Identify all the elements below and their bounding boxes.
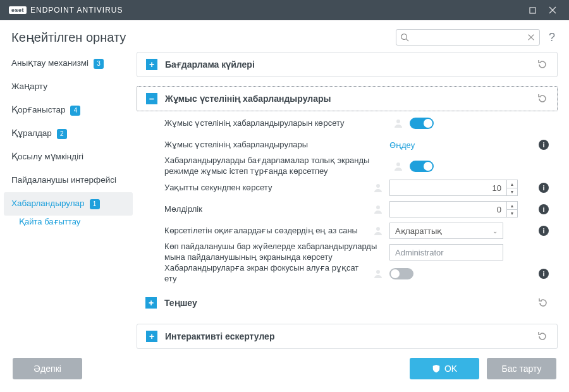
panel-title: Жұмыс үстелінің хабарландырулары — [165, 94, 529, 104]
svg-point-8 — [396, 162, 400, 166]
panel-interactive-alerts: + Интерактивті ескертулер — [137, 324, 558, 349]
brand: eset ENDPOINT ANTIVIRUS — [9, 6, 123, 15]
sidebar-item-label: Қорғаныстар — [11, 105, 65, 115]
sidebar: Анықтау механизмі 3 Жаңарту Қорғаныстар … — [0, 52, 133, 349]
expand-icon: + — [146, 331, 157, 342]
row-edit-notifications: Жұмыс үстелінің хабарландырулары Өңдеу i — [164, 134, 549, 156]
stepper-up[interactable]: ▲ — [506, 180, 518, 188]
panel-head-customize[interactable]: + Теңшеу — [137, 291, 558, 315]
expand-icon: + — [145, 297, 157, 309]
page-title: Кеңейтілген орнату — [11, 30, 126, 45]
default-button[interactable]: Әдепкі — [13, 358, 82, 379]
seconds-input[interactable] — [389, 180, 506, 196]
svg-point-7 — [396, 119, 400, 123]
panel-desktop-notifications: – Жұмыс үстелінің хабарландырулары Жұмыс… — [137, 86, 558, 315]
panel-head-interactive-alerts[interactable]: + Интерактивті ескертулер — [137, 324, 557, 348]
svg-point-11 — [376, 227, 380, 231]
panel-head-app-states[interactable]: + Бағдарлама күйлері — [137, 52, 557, 77]
svg-point-3 — [401, 34, 407, 40]
sidebar-badge: 2 — [57, 129, 67, 139]
info-icon[interactable]: i — [539, 204, 549, 214]
sidebar-badge: 3 — [94, 59, 104, 69]
info-icon[interactable]: i — [539, 269, 549, 279]
brand-logo: eset — [9, 6, 27, 14]
panel-title: Интерактивті ескертулер — [165, 331, 529, 341]
search-wrap — [396, 29, 540, 46]
verbosity-select[interactable]: Ақпараттық ⌄ — [389, 223, 503, 239]
window-close-button[interactable] — [542, 0, 563, 20]
info-icon[interactable]: i — [539, 226, 549, 236]
seconds-stepper: ▲▼ — [389, 180, 503, 196]
panel-head-desktop-notifications[interactable]: – Жұмыс үстелінің хабарландырулары — [137, 86, 558, 111]
sidebar-item-label: Хабарландырулар — [11, 199, 85, 209]
svg-point-9 — [376, 184, 380, 188]
opacity-input[interactable] — [389, 201, 506, 217]
row-label: Жұмыс үстелінің хабарландыруларын көрсет… — [164, 118, 387, 129]
revert-icon[interactable] — [537, 297, 549, 309]
panel-title: Теңшеу — [164, 298, 530, 308]
search-input[interactable] — [396, 29, 540, 46]
svg-point-12 — [376, 270, 380, 274]
sidebar-item-notifications[interactable]: Хабарландырулар 1 — [4, 192, 133, 216]
shield-icon — [432, 364, 441, 373]
expand-icon: + — [146, 59, 157, 70]
sidebar-item-detection[interactable]: Анықтау механизмі 3 — [4, 52, 133, 75]
row-label: Жұмыс үстелінің хабарландырулары — [164, 140, 383, 150]
sidebar-item-tools[interactable]: Құралдар 2 — [4, 122, 133, 145]
sidebar-item-protections[interactable]: Қорғаныстар 4 — [4, 99, 133, 122]
toggle-fullscreen-suppress[interactable] — [410, 161, 434, 172]
row-label: Хабарландыруларды бағдарламалар толық эк… — [164, 156, 387, 177]
sidebar-item-label: Қосылу мүмкіндігі — [11, 152, 83, 162]
sidebar-badge: 1 — [90, 199, 100, 209]
panel-app-states: + Бағдарлама күйлері — [137, 52, 558, 77]
multiuser-input[interactable] — [389, 244, 503, 260]
user-icon — [373, 269, 383, 279]
close-icon — [549, 6, 556, 14]
ok-label: OK — [444, 364, 457, 374]
edit-link[interactable]: Өңдеу — [389, 140, 415, 150]
row-show-notifications: Жұмыс үстелінің хабарландыруларын көрсет… — [164, 113, 549, 134]
window-maximize-button[interactable] — [522, 0, 542, 20]
stepper-down[interactable]: ▼ — [506, 209, 518, 217]
toggle-show-notifications[interactable] — [410, 118, 434, 129]
sidebar-item-ui[interactable]: Пайдаланушы интерфейсі — [4, 169, 133, 192]
sidebar-sub-forwarding[interactable]: Қайта бағыттау — [4, 216, 133, 229]
row-multiuser: Көп пайдаланушы бар жүйелерде хабарланды… — [164, 242, 549, 263]
revert-icon[interactable] — [537, 93, 548, 104]
sidebar-item-update[interactable]: Жаңарту — [4, 75, 133, 99]
revert-icon[interactable] — [537, 331, 548, 342]
user-icon — [393, 118, 403, 128]
sidebar-item-label: Жаңарту — [11, 82, 47, 92]
stepper-down[interactable]: ▼ — [506, 188, 518, 196]
clear-icon[interactable] — [527, 33, 535, 42]
chevron-down-icon: ⌄ — [493, 228, 498, 235]
row-seconds: Уақытты секундпен көрсету ▲▼ i — [164, 177, 549, 199]
footer: Әдепкі OK Бас тарту — [0, 349, 569, 388]
sidebar-badge: 4 — [70, 106, 80, 116]
cancel-button[interactable]: Бас тарту — [487, 358, 556, 379]
toggle-focus[interactable] — [389, 268, 413, 279]
titlebar: eset ENDPOINT ANTIVIRUS — [0, 0, 569, 20]
opacity-stepper: ▲▼ — [389, 201, 503, 217]
svg-rect-0 — [530, 8, 535, 13]
user-icon — [393, 161, 403, 171]
info-icon[interactable]: i — [539, 140, 549, 150]
main: + Бағдарлама күйлері – Жұмыс үстелінің х… — [133, 52, 569, 349]
stepper-up[interactable]: ▲ — [506, 201, 518, 209]
sidebar-item-label: Анықтау механизмі — [11, 58, 89, 68]
revert-icon[interactable] — [537, 59, 548, 70]
row-label: Мөлдірлік — [164, 204, 367, 215]
sidebar-item-label: Пайдаланушы интерфейсі — [11, 175, 116, 185]
sidebar-item-connection[interactable]: Қосылу мүмкіндігі — [4, 145, 133, 169]
select-value: Ақпараттық — [395, 226, 442, 236]
ok-button[interactable]: OK — [410, 358, 479, 379]
help-button[interactable]: ? — [546, 31, 558, 44]
row-verbosity: Көрсетілетін оқиғалардағы сөздердің ең а… — [164, 220, 549, 242]
row-label: Көп пайдаланушы бар жүйелерде хабарланды… — [164, 242, 383, 263]
info-icon[interactable]: i — [539, 183, 549, 193]
row-label: Хабарландыруларға экран фокусын алуға рұ… — [164, 263, 367, 285]
row-opacity: Мөлдірлік ▲▼ i — [164, 199, 549, 220]
brand-name: ENDPOINT ANTIVIRUS — [30, 6, 123, 15]
row-fullscreen-suppress: Хабарландыруларды бағдарламалар толық эк… — [164, 156, 549, 177]
svg-line-4 — [407, 39, 409, 42]
